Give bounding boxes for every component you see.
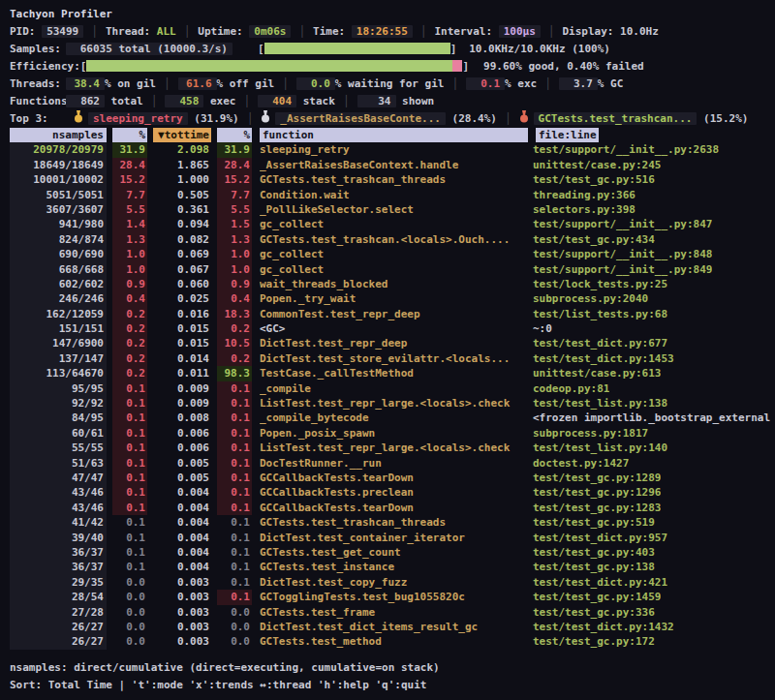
table-row[interactable]: 28/540.00.0030.1GCTogglingTests.test_bug… — [10, 590, 775, 604]
file-line-cell: ~:0 — [533, 321, 552, 336]
nsamples-cell: 18649/18649 — [10, 158, 107, 172]
function-cell: gc_collect — [260, 247, 525, 261]
function-cell: GCCallbackTests.preclean — [260, 485, 525, 500]
direct-pct-cell: 0.1 — [112, 381, 147, 396]
table-row[interactable]: 84/950.10.0080.1_compile_bytecode<frozen… — [10, 411, 775, 425]
direct-pct-cell: 1.0 — [112, 247, 147, 261]
nsamples-cell: 43/46 — [10, 485, 107, 500]
table-row[interactable]: 5051/50517.70.5057.7Condition.waitthread… — [10, 188, 775, 202]
table-row[interactable]: 668/6681.00.0671.0gc_collecttest/support… — [10, 262, 775, 277]
thread-value[interactable]: ALL — [157, 25, 176, 38]
top3-rank3-pct: (15.2%) — [703, 112, 748, 125]
cumulative-pct-cell: 0.0 — [217, 634, 252, 649]
table-row[interactable]: 41/420.10.0040.1GCTests.test_trashcan_th… — [10, 515, 775, 530]
tottime-cell: 1.865 — [153, 158, 211, 172]
table-row[interactable]: 18649/1864928.41.86528.4_AssertRaisesBas… — [10, 158, 775, 172]
direct-pct-cell: 0.2 — [112, 321, 147, 336]
top3-rank3-name[interactable]: GCTests.test_trashcan... — [534, 112, 698, 125]
table-row[interactable]: 824/8741.30.0821.3GCTests.test_trashcan.… — [10, 232, 775, 247]
nsamples-cell: 95/95 — [10, 381, 107, 396]
efficiency-bar-close-bracket: ] — [462, 60, 469, 73]
table-row[interactable]: 26/270.00.0030.0GCTests.test_methodtest/… — [10, 634, 775, 649]
file-line-cell: test/test_dict.py:957 — [533, 531, 667, 545]
column-header-function[interactable]: function — [260, 128, 528, 142]
tottime-cell: 0.006 — [153, 441, 211, 455]
threads-waiting-suffix: % waiting for gil — [335, 77, 445, 90]
direct-pct-cell: 0.0 — [112, 634, 147, 649]
column-header-tottime-sorted[interactable]: ▼tottime — [153, 128, 211, 142]
cumulative-pct-cell: 0.1 — [217, 471, 252, 485]
function-cell: CommonTest.test_repr_deep — [260, 307, 525, 321]
table-row[interactable]: 51/630.10.0050.1DocTestRunner.__rundocte… — [10, 456, 775, 471]
table-row[interactable]: 10001/1000215.21.00015.2GCTests.test_tra… — [10, 172, 775, 187]
table-row[interactable]: 690/6901.00.0691.0gc_collecttest/support… — [10, 247, 775, 261]
column-header-nsamples[interactable]: nsamples — [10, 128, 107, 142]
tottime-cell: 0.006 — [153, 426, 211, 441]
cumulative-pct-cell: 0.1 — [217, 396, 252, 411]
table-row[interactable]: 55/550.10.0060.1ListTest.test_repr_large… — [10, 441, 775, 455]
table-row[interactable]: 43/460.10.0040.1GCCallbackTests.tearDown… — [10, 501, 775, 515]
file-line-cell: <frozen importlib._bootstrap_external — [533, 411, 770, 425]
table-row[interactable]: 92/920.10.0090.1ListTest.test_repr_large… — [10, 396, 775, 411]
direct-pct-cell: 0.1 — [112, 411, 147, 425]
file-line-cell: test/test_list.py:138 — [533, 396, 667, 411]
file-line-cell: test/test_gc.py:1283 — [533, 501, 661, 515]
table-row[interactable]: 602/6020.90.0600.9wait_threads_blockedte… — [10, 277, 775, 291]
direct-pct-cell: 0.9 — [112, 277, 147, 291]
divider: │ — [451, 77, 458, 90]
cumulative-pct-cell: 5.5 — [217, 202, 252, 217]
top3-rank1-pct: (31.9%) — [194, 112, 238, 125]
table-row[interactable]: 113/646700.20.01198.3TestCase._callTestM… — [10, 366, 775, 380]
cumulative-pct-cell: 18.3 — [217, 307, 252, 321]
table-row[interactable]: 29/350.00.0030.1DictTest.test_copy_fuzzt… — [10, 575, 775, 590]
nsamples-cell: 47/47 — [10, 471, 107, 485]
cumulative-pct-cell: 31.9 — [217, 142, 252, 157]
top3-rank2-name[interactable]: _AssertRaisesBaseConte... — [275, 112, 446, 125]
nsamples-cell: 36/37 — [10, 560, 107, 574]
cumulative-pct-cell: 1.0 — [217, 262, 252, 277]
table-row[interactable]: 36/370.10.0040.1GCTests.test_get_countte… — [10, 545, 775, 560]
top3-rank1-name[interactable]: sleeping_retry — [88, 112, 188, 125]
cumulative-pct-cell: 0.9 — [217, 277, 252, 291]
table-row[interactable]: 246/2460.40.0250.4Popen._try_waitsubproc… — [10, 291, 775, 306]
table-row[interactable]: 941/9801.40.0941.5gc_collecttest/support… — [10, 217, 775, 231]
threads-line: Threads: 38.4% on gil │ 61.6% off gil │ … — [10, 75, 775, 92]
direct-pct-cell: 1.0 — [112, 262, 147, 277]
cumulative-pct-cell: 0.2 — [217, 321, 252, 336]
table-row[interactable]: 27/280.00.0030.0GCTests.test_frametest/t… — [10, 605, 775, 620]
table-row[interactable]: 26/270.00.0030.0DictTest.test_dict_items… — [10, 620, 775, 634]
table-row[interactable]: 137/1470.20.0140.2DictTest.test_store_ev… — [10, 351, 775, 366]
column-header-file-line[interactable]: file:line — [536, 128, 599, 142]
table-row[interactable]: 151/1510.20.0150.2<GC>~:0 — [10, 321, 775, 336]
table-row[interactable]: 60/610.10.0060.1Popen._posix_spawnsubpro… — [10, 426, 775, 441]
table-row[interactable]: 36/370.10.0040.1GCTests.test_instancetes… — [10, 560, 775, 574]
cumulative-pct-cell: 0.1 — [217, 590, 252, 604]
table-row[interactable]: 39/400.10.0040.1DictTest.test_container_… — [10, 531, 775, 545]
nsamples-cell: 151/151 — [10, 321, 107, 336]
table-row[interactable]: 162/120590.20.01618.3CommonTest.test_rep… — [10, 307, 775, 321]
nsamples-cell: 39/40 — [10, 531, 107, 545]
table-row[interactable]: 43/460.10.0040.1GCCallbackTests.preclean… — [10, 485, 775, 500]
table-row[interactable]: 147/69000.20.01510.5DictTest.test_repr_d… — [10, 336, 775, 350]
column-header-cumulative-pct[interactable]: % — [217, 128, 252, 142]
file-line-cell: test/test_gc.py:1296 — [533, 485, 661, 500]
pid-value: 53499 — [42, 25, 83, 38]
terminal-screen: Tachyon Profiler PID: 53499 │ Thread: AL… — [0, 0, 775, 700]
file-line-cell: test/test_list.py:140 — [533, 441, 667, 455]
samples-label: Samples: — [10, 43, 66, 55]
table-row[interactable]: 47/470.10.0050.1GCCallbackTests.tearDown… — [10, 471, 775, 485]
file-line-cell: test/support/__init__.py:847 — [533, 217, 712, 231]
function-cell: DictTest.test_repr_deep — [260, 336, 525, 350]
file-line-cell: test/test_dict.py:1432 — [533, 620, 674, 634]
tottime-cell: 0.505 — [153, 188, 211, 202]
file-line-cell: test/test_gc.py:336 — [533, 605, 655, 620]
table-row[interactable]: 3607/36075.50.3615.5_PollLikeSelector.se… — [10, 202, 775, 217]
table-row[interactable]: 20978/2097931.92.09831.9sleeping_retryte… — [10, 142, 775, 157]
table-row[interactable]: 95/950.10.0090.1_compilecodeop.py:81 — [10, 381, 775, 396]
cumulative-pct-cell: 15.2 — [217, 172, 252, 187]
direct-pct-cell: 7.7 — [112, 188, 147, 202]
column-header-direct-pct[interactable]: % — [112, 128, 147, 142]
nsamples-cell: 27/28 — [10, 605, 107, 620]
cumulative-pct-cell: 1.5 — [217, 217, 252, 231]
cumulative-pct-cell: 1.0 — [217, 247, 252, 261]
